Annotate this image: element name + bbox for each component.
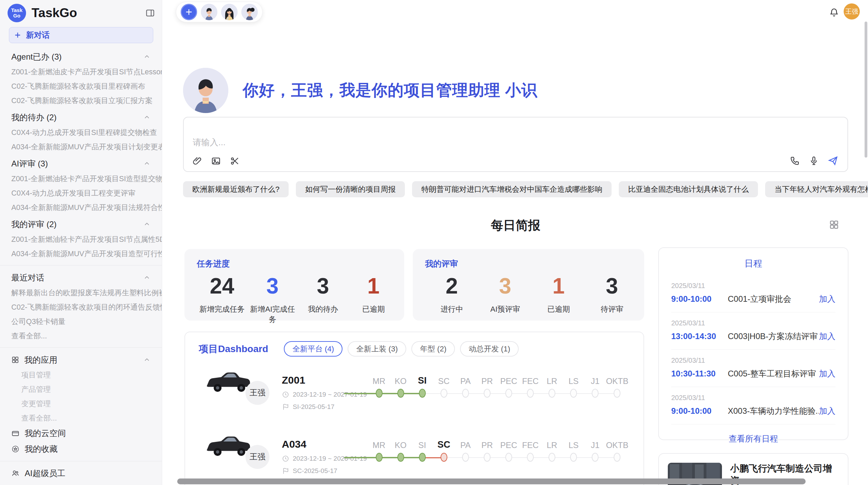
horizontal-scrollbar[interactable] — [177, 478, 806, 484]
collapse-sidebar-icon[interactable] — [145, 8, 155, 18]
sidebar-item[interactable]: Z001-全新燃油轻卡产品开发项目SI造型提交物评审 — [0, 172, 162, 186]
user-avatar[interactable]: 王强 — [844, 3, 860, 20]
dashboard-tab[interactable]: 动总开发 (1) — [460, 341, 519, 357]
sidebar-tool-AI超级员工[interactable]: AI超级员工 — [0, 465, 162, 481]
sidebar-item[interactable]: 解释最新出台的欧盟报废车法规再生塑料比例被调至15%... — [0, 286, 162, 300]
project-info: Z0012023-12-19 ~ 2027-01-19SI-2025-05-17 — [282, 374, 368, 411]
milestone-dot — [570, 453, 577, 462]
sidebar-app-item[interactable]: 项目管理 — [0, 368, 162, 382]
join-link[interactable]: 加入 — [819, 331, 835, 342]
chevron-up-icon[interactable] — [144, 221, 150, 227]
scissors-icon[interactable] — [230, 156, 240, 166]
project-row[interactable]: 王强Z0012023-12-19 ~ 2027-01-19SI-2025-05-… — [199, 364, 628, 421]
image-icon[interactable] — [211, 156, 221, 166]
event-date: 2025/03/11 — [671, 394, 835, 402]
dashboard-tab[interactable]: 年型 (2) — [411, 341, 455, 357]
users-icon — [11, 469, 20, 477]
sidebar-tool-帮我写作[interactable]: 帮我写作 — [0, 481, 162, 485]
milestone-MR: MR — [368, 371, 390, 409]
join-link[interactable]: 加入 — [819, 368, 835, 379]
sidebar-app-item[interactable]: 变更管理 — [0, 397, 162, 411]
sidebar-item[interactable]: Z001-全新燃油皮卡产品开发项目SI节点Lesson Learn报告 — [0, 65, 162, 79]
milestone-dot — [419, 453, 426, 462]
sidebar-item[interactable]: 公司Q3轻卡销量 — [0, 314, 162, 329]
phone-icon[interactable] — [790, 156, 800, 166]
new-chat-button[interactable]: 新对话 — [9, 27, 153, 43]
section-title: 我的待办 (2) — [11, 112, 57, 123]
section-title: AI评审 (3) — [11, 158, 48, 169]
sidebar-section-header[interactable]: AI评审 (3) — [0, 156, 162, 172]
project-row[interactable]: 王强A0342023-12-19 ~ 2026-01-19SC-2025-05-… — [199, 428, 628, 485]
sidebar-link-我的收藏[interactable]: 我的收藏 — [0, 441, 162, 457]
member-pill — [176, 2, 263, 22]
suggestion-chip[interactable]: 特朗普可能对进口汽车增税会对中国车企造成哪些影响 — [412, 181, 612, 197]
member-avatar-woman-bun[interactable] — [241, 4, 258, 20]
sidebar-item[interactable]: A034-全新新能源MUV产品开发项目法规符合性评审 — [0, 200, 162, 215]
sidebar-item[interactable]: Z001-全新燃油轻卡产品开发项目SI节点属性5D文件评审 — [0, 232, 162, 247]
sidebar-app-item[interactable]: 查看全部... — [0, 411, 162, 425]
event-row: 9:00-10:00C001-立项审批会加入 — [671, 294, 835, 304]
suggestion-chip[interactable]: 欧洲新规最近颁布了什么? — [183, 181, 289, 197]
sidebar-section-header[interactable]: 最近对话 — [0, 270, 162, 286]
section-title: 我的应用 — [24, 355, 57, 365]
join-link[interactable]: 加入 — [819, 406, 835, 416]
sidebar-item[interactable]: C02-飞腾新能源轻客改款项目里程碑画布 — [0, 79, 162, 94]
milestone-label: OKTB — [606, 371, 628, 386]
daily-card-1: 我的评审2进行中3AI预评审1已逾期3待评审 — [413, 249, 644, 321]
sidebar-section-header[interactable]: 我的待办 (2) — [0, 109, 162, 125]
sidebar-link-我的云空间[interactable]: 我的云空间 — [0, 425, 162, 441]
milestone-label: PA — [460, 435, 471, 450]
daily-card-0: 任务进度24新增完成任务3新增AI完成任务3我的待办1已逾期 — [184, 249, 404, 321]
vertical-scrollbar[interactable] — [865, 22, 867, 158]
sidebar-item[interactable]: C02-飞腾新能源轻客改款项目立项汇报方案 — [0, 94, 162, 108]
milestone-timeline: MRKOSISCPAPRPECFECLRLSJ1OKTB — [368, 435, 628, 473]
chevron-up-icon[interactable] — [144, 160, 150, 167]
sidebar-item[interactable]: C0X4-动力总成开发项目工程变更评审 — [0, 186, 162, 200]
owner-avatar: 王强 — [245, 445, 269, 469]
project-visual: 王强 — [199, 365, 282, 420]
sidebar-app-item[interactable]: 产品管理 — [0, 382, 162, 397]
dashboard-tab[interactable]: 全新平台 (4) — [284, 341, 342, 357]
milestone-PR: PR — [476, 371, 498, 409]
chevron-up-icon[interactable] — [144, 114, 150, 121]
send-icon[interactable] — [828, 155, 839, 166]
paperclip-icon[interactable] — [192, 156, 202, 166]
milestone-label: SC — [438, 371, 449, 386]
milestone-dot — [614, 389, 620, 398]
sidebar-section-header[interactable]: Agent已办 (3) — [0, 49, 162, 65]
suggestion-chip[interactable]: 当下年轻人对汽车外观有怎样的喜好趋势 — [765, 181, 868, 197]
milestone-dot — [419, 389, 426, 398]
sidebar-item[interactable]: C02-飞腾新能源轻客改款项目的闭环通告反馈情况 — [0, 300, 162, 314]
clock-icon — [282, 455, 289, 462]
tool-label: 帮我写作 — [25, 484, 58, 485]
milestone-dot — [614, 453, 620, 462]
sidebar-item[interactable]: A034-全新新能源MUV产品开发项目计划变更表编写 — [0, 140, 162, 154]
event-row: 9:00-10:00X003-车辆动力学性能验...加入 — [671, 406, 835, 416]
suggestion-chip[interactable]: 如何写一份清晰的项目周报 — [296, 181, 405, 197]
view-all-schedule-link[interactable]: 查看所有日程 — [671, 433, 835, 444]
chevron-up-icon[interactable] — [144, 53, 150, 60]
sidebar-item[interactable]: 查看全部... — [0, 329, 162, 343]
suggestion-chip[interactable]: 比亚迪全固态电池计划具体说了什么 — [619, 181, 758, 197]
daily-card-title: 任务进度 — [197, 258, 399, 269]
sidebar-section-header[interactable]: 我的评审 (2) — [0, 216, 162, 232]
chevron-up-icon[interactable] — [144, 274, 150, 281]
member-avatar-woman-long[interactable] — [221, 4, 238, 20]
layout-grid-icon[interactable] — [829, 220, 839, 230]
notification-bell-icon[interactable] — [829, 7, 839, 17]
sidebar-item[interactable]: A034-全新新能源MUV产品开发项目造型可行性评审 — [0, 247, 162, 261]
milestone-dot — [462, 389, 469, 398]
milestone-PR: PR — [476, 435, 498, 473]
chat-input[interactable] — [193, 137, 673, 147]
sidebar-section-header[interactable]: 我的应用 — [0, 352, 162, 368]
join-link[interactable]: 加入 — [819, 294, 835, 304]
milestone-label: OKTB — [606, 435, 628, 450]
sidebar-item[interactable]: C0X4-动力总成开发项目SI里程碑提交物检查 — [0, 125, 162, 140]
link-label: 我的收藏 — [25, 444, 58, 455]
milestone-label: LR — [547, 435, 557, 450]
mic-icon[interactable] — [809, 156, 819, 166]
member-avatar-man[interactable] — [201, 4, 217, 20]
chevron-up-icon[interactable] — [144, 357, 150, 363]
dashboard-tab[interactable]: 全新上装 (3) — [348, 341, 406, 357]
add-member-button[interactable] — [181, 4, 197, 20]
